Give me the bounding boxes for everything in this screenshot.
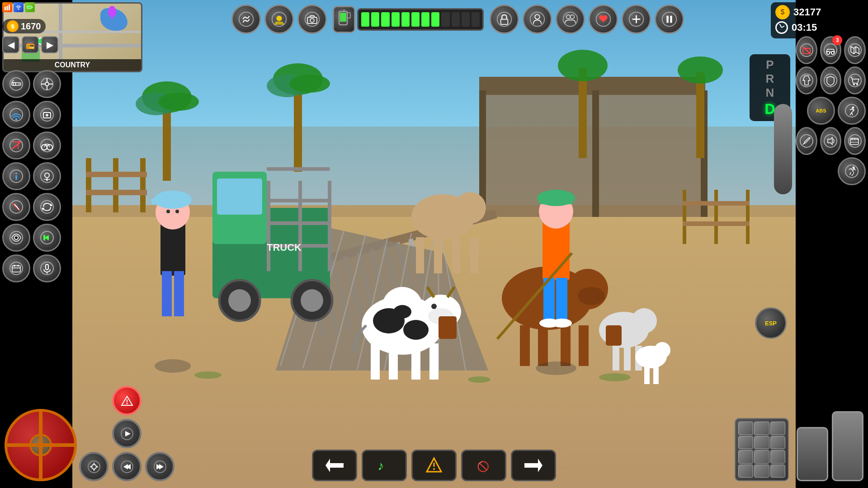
gear-handle[interactable] — [774, 104, 792, 194]
svg-point-156 — [13, 83, 16, 85]
numpad-3[interactable] — [770, 422, 785, 435]
nav-left-btn[interactable] — [312, 450, 357, 481]
nav-right-btn[interactable] — [511, 450, 556, 481]
pause-button[interactable] — [655, 5, 684, 34]
gear-N[interactable]: N — [752, 86, 788, 100]
numpad-2[interactable] — [754, 422, 769, 435]
forward-button[interactable] — [145, 452, 175, 481]
svg-rect-97 — [539, 195, 573, 204]
svg-point-250 — [433, 468, 435, 470]
map-btn[interactable] — [33, 162, 61, 190]
numpad-1[interactable] — [738, 422, 753, 435]
right-row-4 — [796, 127, 866, 155]
settings-button[interactable] — [79, 452, 108, 481]
svg-rect-129 — [32, 7, 33, 8]
map-nav-left[interactable]: ◀ — [2, 36, 19, 53]
steering-btn[interactable] — [33, 70, 61, 98]
numpad-hash[interactable] — [770, 465, 785, 478]
numpad-5[interactable] — [754, 436, 769, 450]
gear-P[interactable]: P — [752, 58, 788, 72]
numpad-9[interactable] — [770, 450, 785, 464]
film-btn[interactable] — [844, 127, 866, 155]
svg-rect-81 — [624, 346, 631, 371]
radio-icon[interactable]: 📻 — [22, 36, 39, 53]
refresh-btn[interactable] — [33, 193, 61, 221]
numpad-star[interactable] — [738, 465, 753, 478]
svg-rect-5 — [86, 190, 147, 195]
fuel-seg-5 — [401, 12, 410, 27]
svg-line-217 — [803, 144, 804, 145]
svg-text:🚫: 🚫 — [477, 460, 490, 473]
fuel-seg-4 — [392, 12, 400, 27]
map-nav-right[interactable]: ▶ — [41, 36, 58, 53]
flashlight-btn[interactable] — [796, 66, 817, 94]
svg-rect-121 — [683, 201, 750, 206]
svg-point-64 — [403, 320, 429, 340]
numpad-7[interactable] — [738, 450, 753, 464]
accelerator-pedal[interactable] — [832, 411, 863, 481]
map-view-btn[interactable] — [844, 36, 866, 64]
heater-button[interactable] — [231, 5, 261, 34]
person-button[interactable] — [523, 5, 552, 34]
numpad-6[interactable] — [770, 436, 785, 450]
steering-wheel[interactable] — [5, 409, 77, 481]
run-btn[interactable] — [838, 97, 866, 125]
pencil-btn[interactable] — [796, 127, 817, 155]
esp-btn[interactable]: ESP — [755, 307, 787, 339]
fuel-seg-10 — [452, 12, 460, 27]
health-button[interactable] — [589, 5, 618, 34]
numpad-0[interactable] — [754, 465, 769, 478]
radio-btn[interactable] — [2, 70, 30, 98]
steering-wheel-outer[interactable] — [5, 409, 77, 481]
play-button[interactable] — [112, 419, 142, 448]
medkit-btn[interactable] — [33, 101, 61, 129]
svg-point-70 — [431, 304, 437, 309]
left-sidebar — [2, 70, 68, 282]
svg-rect-224 — [851, 138, 853, 140]
no-music-btn[interactable]: 🚫 — [461, 450, 506, 481]
camera-button[interactable] — [297, 5, 327, 34]
speaker-btn[interactable] — [820, 127, 842, 155]
bicycle-btn[interactable] — [33, 131, 61, 160]
eye-btn[interactable] — [2, 224, 30, 252]
no-camera-btn[interactable] — [796, 36, 817, 64]
svg-point-22 — [678, 56, 723, 84]
signal-btn[interactable] — [2, 101, 30, 129]
info-btn[interactable] — [2, 162, 30, 190]
warning-btn[interactable] — [411, 450, 457, 481]
svg-point-188 — [14, 236, 18, 239]
svg-point-126 — [18, 9, 19, 10]
map-navigation[interactable]: ◀ 📻 ▶ — [2, 36, 58, 53]
svg-marker-233 — [125, 431, 131, 436]
flight-btn[interactable] — [2, 131, 30, 160]
numpad-4[interactable] — [738, 436, 753, 450]
svg-rect-128 — [28, 6, 31, 8]
sprint-btn[interactable] — [838, 157, 866, 185]
abs-btn[interactable]: ABS — [807, 97, 835, 125]
rewind-button[interactable] — [112, 452, 142, 481]
noseatbelt-btn[interactable] — [2, 193, 30, 221]
alert-button[interactable] — [112, 386, 142, 415]
numpad-8[interactable] — [754, 450, 769, 464]
svg-rect-85 — [174, 271, 184, 316]
music-btn[interactable]: ♪ — [362, 450, 407, 481]
fuel-seg-12 — [472, 12, 480, 27]
cart-btn[interactable] — [844, 66, 866, 94]
numpad[interactable] — [735, 418, 789, 481]
group-button[interactable] — [556, 5, 585, 34]
lights-button[interactable] — [264, 5, 294, 34]
calendar-btn[interactable] — [2, 254, 30, 282]
lock-button[interactable] — [490, 5, 519, 34]
skip-back-btn[interactable] — [33, 224, 61, 252]
car-config-btn[interactable]: 3 — [820, 36, 842, 64]
shield-btn[interactable] — [820, 66, 842, 94]
mic-btn[interactable] — [33, 254, 61, 282]
svg-point-205 — [831, 52, 834, 54]
svg-rect-111 — [439, 316, 457, 339]
plus-button[interactable] — [622, 5, 651, 34]
svg-point-234 — [88, 461, 100, 473]
currency-icon: $ — [775, 5, 790, 19]
gear-R[interactable]: R — [752, 72, 788, 86]
map-location-label: COUNTRY — [4, 59, 141, 71]
brake-pedal[interactable] — [797, 427, 828, 481]
